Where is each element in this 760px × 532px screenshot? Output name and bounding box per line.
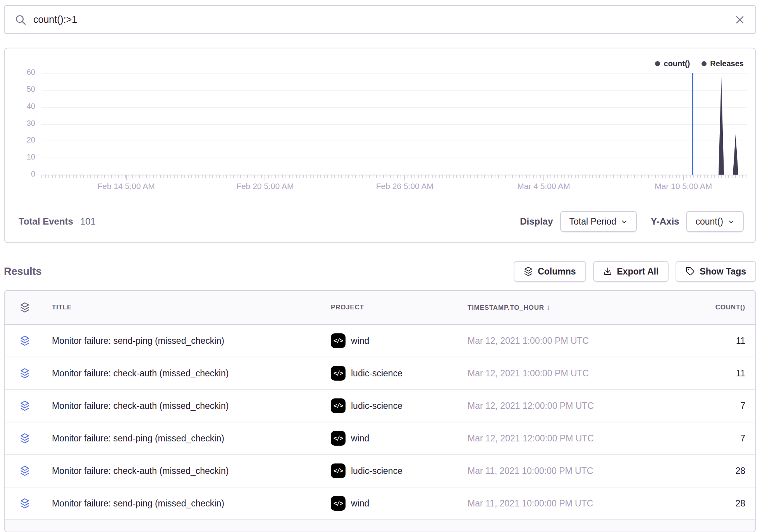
legend-label-count: count() bbox=[664, 59, 690, 68]
project-platform-icon: </> bbox=[331, 333, 346, 348]
search-input[interactable] bbox=[33, 14, 734, 25]
y-axis-label: 40 bbox=[27, 102, 35, 111]
project-platform-icon: </> bbox=[331, 431, 346, 446]
gridline bbox=[41, 124, 747, 125]
total-events-label: Total Events bbox=[19, 216, 73, 227]
display-label: Display bbox=[520, 216, 553, 227]
y-axis-label: 10 bbox=[27, 153, 35, 162]
project-platform-icon: </> bbox=[331, 398, 346, 413]
gridline bbox=[41, 73, 747, 74]
column-header-title[interactable]: TITLE bbox=[45, 304, 331, 311]
count-spike bbox=[719, 76, 724, 175]
gridline bbox=[41, 90, 747, 91]
search-clear-icon[interactable] bbox=[734, 14, 745, 25]
display-dropdown-value: Total Period bbox=[569, 216, 616, 227]
row-stack-icon[interactable] bbox=[5, 335, 45, 346]
row-title[interactable]: Monitor failure: send-ping (missed_check… bbox=[45, 498, 331, 509]
row-project: </> wind bbox=[331, 431, 468, 446]
table-row[interactable]: Monitor failure: send-ping (missed_check… bbox=[5, 422, 755, 455]
gridline bbox=[41, 158, 747, 158]
table-footer bbox=[5, 520, 755, 532]
y-axis-label: 0 bbox=[31, 170, 35, 178]
legend-dot-count bbox=[655, 61, 660, 66]
column-header-count[interactable]: COUNT() bbox=[643, 304, 755, 311]
row-project: </> wind bbox=[331, 496, 468, 511]
x-axis-label: Mar 4 5:00 AM bbox=[517, 182, 570, 191]
export-all-button-label: Export All bbox=[617, 266, 659, 277]
row-title[interactable]: Monitor failure: check-auth (missed_chec… bbox=[45, 401, 331, 411]
chevron-down-icon bbox=[621, 218, 628, 225]
header-stack-icon[interactable] bbox=[5, 302, 45, 313]
column-header-project[interactable]: PROJECT bbox=[331, 304, 468, 311]
y-axis-label: 20 bbox=[27, 136, 35, 145]
legend-item-releases[interactable]: Releases bbox=[702, 59, 744, 68]
legend-dot-releases bbox=[702, 61, 707, 66]
row-stack-icon[interactable] bbox=[5, 368, 45, 379]
row-title[interactable]: Monitor failure: send-ping (missed_check… bbox=[45, 336, 331, 346]
x-axis-label: Mar 10 5:00 AM bbox=[655, 182, 712, 191]
table-row[interactable]: Monitor failure: send-ping (missed_check… bbox=[5, 325, 755, 357]
table-row[interactable]: Monitor failure: check-auth (missed_chec… bbox=[5, 390, 755, 422]
total-events-value: 101 bbox=[80, 216, 96, 227]
x-axis-label: Feb 14 5:00 AM bbox=[97, 182, 155, 191]
row-title[interactable]: Monitor failure: check-auth (missed_chec… bbox=[45, 466, 331, 476]
row-timestamp: Mar 12, 2021 1:00:00 PM UTC bbox=[468, 336, 643, 346]
plot-area[interactable]: 60 50 40 30 20 10 0 bbox=[41, 73, 747, 175]
column-header-timestamp[interactable]: TIMESTAMP.TO_HOUR↓ bbox=[468, 303, 643, 312]
row-timestamp: Mar 12, 2021 12:00:00 PM UTC bbox=[468, 433, 643, 444]
chart-footer: Total Events 101 Display Total Period Y-… bbox=[5, 211, 755, 232]
row-stack-icon[interactable] bbox=[5, 433, 45, 444]
show-tags-button[interactable]: Show Tags bbox=[676, 261, 756, 282]
row-stack-icon[interactable] bbox=[5, 465, 45, 476]
count-spike bbox=[733, 134, 738, 175]
x-axis-label: Feb 20 5:00 AM bbox=[236, 182, 294, 191]
project-name: ludic-science bbox=[351, 368, 402, 379]
column-header-timestamp-label: TIMESTAMP.TO_HOUR bbox=[468, 304, 544, 311]
row-stack-icon[interactable] bbox=[5, 498, 45, 509]
results-header-row: Results Columns bbox=[4, 261, 756, 282]
y-axis-label: 60 bbox=[27, 68, 35, 77]
row-project: </> ludic-science bbox=[331, 463, 468, 478]
events-chart-panel: count() Releases 60 50 40 30 20 10 bbox=[4, 48, 756, 243]
row-timestamp: Mar 12, 2021 1:00:00 PM UTC bbox=[468, 368, 643, 379]
chart-plot-wrap: 60 50 40 30 20 10 0 Feb 14 5:00 AM Feb 2… bbox=[41, 73, 747, 193]
row-count: 7 bbox=[643, 433, 755, 444]
table-row[interactable]: Monitor failure: send-ping (missed_check… bbox=[5, 487, 755, 520]
gridline bbox=[41, 107, 747, 108]
search-bar bbox=[4, 5, 756, 34]
table-row[interactable]: Monitor failure: check-auth (missed_chec… bbox=[5, 455, 755, 487]
project-platform-icon: </> bbox=[331, 496, 346, 511]
results-heading: Results bbox=[4, 266, 42, 278]
project-platform-icon: </> bbox=[331, 463, 346, 478]
row-count: 7 bbox=[643, 401, 755, 411]
row-timestamp: Mar 11, 2021 10:00:00 PM UTC bbox=[468, 498, 643, 509]
row-stack-icon[interactable] bbox=[5, 400, 45, 411]
x-axis-labels: Feb 14 5:00 AM Feb 20 5:00 AM Feb 26 5:0… bbox=[41, 175, 747, 193]
chart-controls: Display Total Period Y-Axis count() bbox=[520, 211, 744, 232]
row-title[interactable]: Monitor failure: send-ping (missed_check… bbox=[45, 433, 331, 444]
legend-item-count[interactable]: count() bbox=[655, 59, 690, 68]
show-tags-button-label: Show Tags bbox=[700, 266, 746, 277]
y-axis-label: 50 bbox=[27, 85, 35, 94]
results-actions: Columns Export All bbox=[514, 261, 756, 282]
table-row[interactable]: Monitor failure: check-auth (missed_chec… bbox=[5, 357, 755, 390]
export-all-button[interactable]: Export All bbox=[593, 261, 669, 282]
row-count: 28 bbox=[643, 466, 755, 476]
row-title[interactable]: Monitor failure: check-auth (missed_chec… bbox=[45, 368, 331, 379]
results-table: TITLE PROJECT TIMESTAMP.TO_HOUR↓ COUNT()… bbox=[4, 290, 756, 532]
yaxis-dropdown[interactable]: count() bbox=[686, 211, 744, 232]
gridline bbox=[41, 141, 747, 141]
search-icon bbox=[15, 14, 26, 26]
columns-button-label: Columns bbox=[538, 266, 576, 277]
sort-desc-icon[interactable]: ↓ bbox=[547, 303, 550, 311]
project-name: ludic-science bbox=[351, 466, 402, 476]
discover-page: count() Releases 60 50 40 30 20 10 bbox=[0, 0, 760, 532]
project-platform-icon: </> bbox=[331, 366, 346, 381]
y-axis-label: 30 bbox=[27, 119, 35, 128]
row-count: 28 bbox=[643, 498, 755, 509]
project-name: wind bbox=[351, 433, 369, 444]
columns-button[interactable]: Columns bbox=[514, 261, 586, 282]
table-header-row: TITLE PROJECT TIMESTAMP.TO_HOUR↓ COUNT() bbox=[5, 291, 755, 325]
display-dropdown[interactable]: Total Period bbox=[560, 211, 637, 232]
release-line bbox=[692, 73, 693, 175]
